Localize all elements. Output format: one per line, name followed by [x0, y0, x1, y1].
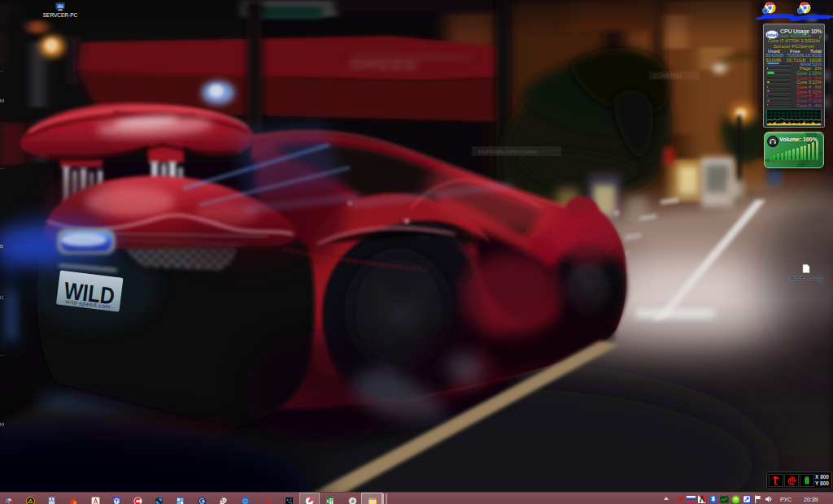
svg-text:...: ...: [0, 352, 4, 357]
svg-text:HotWalls.ru/mclaren: HotWalls.ru/mclaren: [478, 148, 537, 155]
svg-text:...: ...: [0, 165, 4, 170]
svg-text:M: M: [0, 98, 4, 103]
svg-text:...: ...: [0, 67, 4, 72]
svg-text:B: B: [0, 244, 3, 249]
svg-text:CONSTRU: CONSTRU: [653, 73, 682, 79]
svg-text:M: M: [0, 422, 4, 427]
svg-text:C: C: [0, 295, 4, 300]
